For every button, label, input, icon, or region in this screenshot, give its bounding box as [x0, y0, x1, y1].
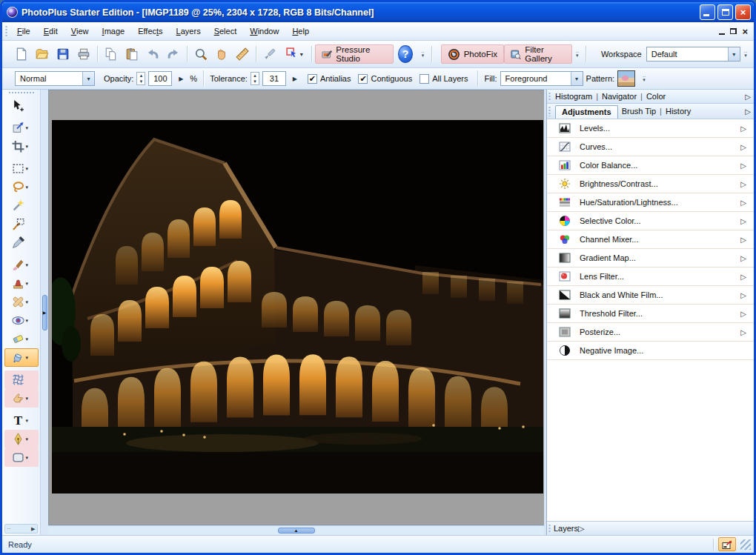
- chevron-down-icon[interactable]: ▾: [26, 418, 31, 424]
- minimize-button[interactable]: [700, 4, 715, 20]
- adjustment-brightness-contrast[interactable]: Brightness/Contrast...▷: [547, 175, 754, 193]
- panel-expand-icon[interactable]: ▷: [740, 199, 746, 207]
- menu-window[interactable]: Window: [243, 22, 285, 40]
- adjustment-channel-mixer[interactable]: Channel Mixer...▷: [547, 230, 754, 249]
- chevron-down-icon[interactable]: ▾: [26, 436, 31, 442]
- chevron-down-icon[interactable]: ▾: [26, 336, 31, 342]
- close-button[interactable]: ×: [735, 4, 751, 20]
- palette-options-row[interactable]: ··▶: [4, 524, 39, 534]
- palette-grip[interactable]: [8, 91, 35, 95]
- adjustment-levels[interactable]: Levels...▷: [547, 119, 754, 138]
- tool-transform[interactable]: ▾: [4, 119, 39, 137]
- tool-mesh-warp[interactable]: [4, 370, 39, 389]
- tolerance-slider-button[interactable]: ▶: [289, 71, 301, 86]
- workspace-combo[interactable]: Default ▾: [646, 47, 740, 62]
- document-canvas[interactable]: [48, 90, 544, 525]
- splitter-right-icon[interactable]: ▶: [42, 295, 47, 330]
- save-button[interactable]: [53, 44, 73, 64]
- tab-navigator[interactable]: Navigator: [602, 92, 637, 101]
- undo-button[interactable]: [142, 44, 163, 64]
- panel-expand-icon[interactable]: ▷: [740, 291, 746, 299]
- tool-selection-brush[interactable]: [4, 215, 39, 233]
- toolbar-overflow-icon[interactable]: ··▾: [640, 76, 649, 82]
- zoom-button[interactable]: [190, 44, 211, 64]
- chevron-down-icon[interactable]: ▾: [26, 144, 31, 150]
- help-button[interactable]: ?: [398, 45, 414, 63]
- paste-button[interactable]: [122, 44, 142, 64]
- panel-expand-icon[interactable]: ▷: [740, 124, 746, 133]
- panel-expand-icon[interactable]: ▷: [742, 107, 751, 116]
- tab-adjustments[interactable]: Adjustments: [555, 105, 618, 119]
- tab-brush-tip[interactable]: Brush Tip: [622, 107, 656, 116]
- chevron-down-icon[interactable]: ▾: [26, 166, 31, 172]
- checkbox-all-layers[interactable]: All Layers: [420, 74, 468, 84]
- tool-text[interactable]: T▾: [4, 411, 39, 430]
- palette-overflow-icon[interactable]: ··: [7, 526, 11, 531]
- opacity-spinner[interactable]: ▲▼: [136, 72, 145, 85]
- tool-marquee-select[interactable]: ▾: [4, 159, 39, 178]
- menu-effects[interactable]: Effects: [131, 22, 169, 40]
- pattern-swatch[interactable]: [617, 70, 635, 87]
- chevron-down-icon[interactable]: ▾: [26, 318, 31, 324]
- toolbar-overflow-icon[interactable]: ··▾: [419, 51, 426, 57]
- airbrush-button[interactable]: [259, 44, 280, 64]
- menu-view[interactable]: View: [64, 22, 96, 40]
- menu-file[interactable]: File: [10, 22, 37, 40]
- panel-expand-icon[interactable]: ▷: [740, 180, 746, 188]
- resize-grip[interactable]: [740, 539, 751, 550]
- tool-healing-brush[interactable]: ▾: [4, 293, 39, 311]
- tool-flood-fill[interactable]: ▾: [4, 348, 39, 367]
- photofix-button[interactable]: PhotoFix: [441, 44, 504, 64]
- pan-button[interactable]: [211, 44, 232, 64]
- panel-expand-icon[interactable]: ▷: [740, 236, 746, 244]
- new-document-button[interactable]: [11, 44, 32, 64]
- menu-select[interactable]: Select: [208, 22, 244, 40]
- checkbox-contiguous[interactable]: ✔Contiguous: [358, 74, 412, 84]
- tool-smudge[interactable]: ▾: [4, 389, 39, 408]
- splitter-up-icon[interactable]: ▲: [278, 528, 315, 534]
- adjustment-color-balance[interactable]: Color Balance...▷: [547, 156, 754, 175]
- panel-expand-icon[interactable]: ▷: [740, 328, 746, 336]
- adjustment-posterize[interactable]: Posterize...▷: [547, 323, 754, 342]
- menu-image[interactable]: Image: [96, 22, 132, 40]
- menu-help[interactable]: Help: [285, 22, 316, 40]
- tab-history[interactable]: History: [666, 107, 691, 116]
- panel-expand-icon[interactable]: ▷: [740, 254, 746, 262]
- maximize-button[interactable]: [717, 4, 733, 20]
- adjustment-threshold[interactable]: Threshold Filter...▷: [547, 305, 754, 323]
- measure-button[interactable]: [232, 44, 253, 64]
- panel-expand-icon[interactable]: ▷: [740, 310, 746, 318]
- chevron-down-icon[interactable]: ▾: [26, 281, 31, 287]
- tool-color-pickup[interactable]: [4, 233, 39, 252]
- tool-red-eye[interactable]: ▾: [4, 311, 39, 330]
- vertical-splitter[interactable]: ▶: [41, 90, 48, 535]
- menu-layers[interactable]: Layers: [170, 22, 208, 40]
- chevron-down-icon[interactable]: ▾: [82, 72, 94, 85]
- chevron-down-icon[interactable]: ▾: [26, 396, 31, 402]
- copy-button[interactable]: [101, 44, 122, 64]
- panel-grip[interactable]: [548, 106, 551, 116]
- adjustment-hsl[interactable]: Hue/Saturation/Lightness...▷: [547, 193, 754, 212]
- horizontal-splitter[interactable]: ▲: [48, 525, 544, 535]
- adjustment-selective-color[interactable]: Selective Color...▷: [547, 212, 754, 230]
- mdi-minimize-icon[interactable]: [719, 33, 725, 35]
- chevron-down-icon[interactable]: ▾: [728, 47, 740, 61]
- chevron-down-icon[interactable]: ▾: [26, 125, 31, 131]
- chevron-down-icon[interactable]: ▾: [300, 51, 303, 58]
- chevron-down-icon[interactable]: ▾: [571, 72, 583, 85]
- redo-button[interactable]: [163, 44, 184, 64]
- adjustment-lens-filter[interactable]: Lens Filter...▷: [547, 267, 754, 286]
- restore-panel-button[interactable]: [718, 537, 736, 551]
- opacity-slider-button[interactable]: ▶: [175, 71, 187, 86]
- toolbar-grip[interactable]: [4, 25, 8, 37]
- tool-crop[interactable]: ▾: [4, 137, 39, 156]
- tool-lasso[interactable]: ▾: [4, 178, 39, 196]
- chevron-down-icon[interactable]: ▾: [26, 299, 31, 305]
- panel-expand-icon[interactable]: ▷: [578, 524, 584, 534]
- mdi-close-icon[interactable]: ×: [742, 27, 748, 36]
- panel-grip[interactable]: [548, 524, 551, 534]
- adjustment-curves[interactable]: Curves...▷: [547, 138, 754, 156]
- chevron-down-icon[interactable]: ▾: [26, 262, 31, 268]
- tool-pen[interactable]: ▾: [4, 430, 39, 448]
- fill-combo[interactable]: Foreground ▾: [500, 71, 583, 86]
